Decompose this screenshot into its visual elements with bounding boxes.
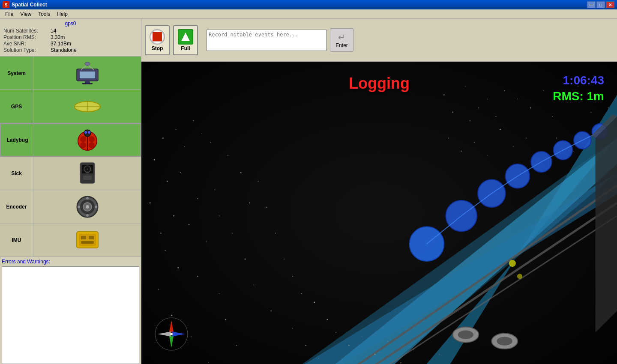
svg-rect-21 [83, 176, 92, 180]
position-rms-value: 3.33m [51, 34, 65, 40]
menu-help[interactable]: Help [54, 10, 71, 18]
svg-point-67 [258, 181, 258, 182]
minimize-button[interactable]: — [587, 1, 596, 8]
menu-view[interactable]: View [17, 10, 35, 18]
svg-point-60 [165, 250, 165, 251]
svg-point-145 [458, 330, 473, 339]
svg-point-45 [176, 129, 177, 130]
svg-point-50 [201, 133, 202, 134]
svg-point-63 [206, 242, 207, 242]
logging-text: Logging [349, 75, 410, 92]
svg-point-32 [95, 206, 97, 208]
full-label: Full [181, 45, 190, 51]
menu-bar: File View Tools Help [0, 9, 617, 19]
full-icon [178, 29, 193, 45]
system-icon [75, 60, 100, 86]
device-encoder-label: Encoder [0, 190, 33, 223]
svg-point-56 [173, 215, 174, 217]
svg-point-107 [487, 155, 488, 156]
svg-point-44 [162, 137, 164, 139]
svg-rect-3 [82, 83, 93, 84]
errors-box[interactable] [2, 266, 139, 364]
window-controls: — □ ✕ [587, 1, 614, 8]
svg-point-82 [236, 345, 237, 346]
svg-rect-35 [81, 236, 86, 239]
svg-point-85 [292, 328, 293, 328]
stop-label: Stop [152, 45, 163, 51]
svg-point-84 [208, 362, 209, 363]
device-system[interactable]: System [0, 57, 141, 90]
solution-type-value: Standalone [51, 47, 77, 53]
device-ladybug-icon-area [34, 125, 140, 155]
position-rms-row: Position RMS: 3.33m [3, 34, 138, 40]
maximize-button[interactable]: □ [596, 1, 605, 8]
num-satellites-label: Num Satellites: [3, 28, 51, 34]
imu-icon [75, 230, 100, 251]
svg-point-47 [193, 120, 194, 121]
svg-point-92 [504, 90, 505, 91]
title-bar: S Spatial Collect — □ ✕ [0, 0, 617, 9]
svg-point-110 [526, 137, 527, 138]
solution-type-label: Solution Type: [3, 47, 51, 53]
svg-point-81 [301, 293, 302, 294]
stop-button[interactable]: ✕ Stop [145, 25, 170, 55]
svg-point-109 [513, 146, 514, 147]
svg-rect-37 [81, 241, 94, 244]
svg-point-97 [543, 90, 544, 91]
svg-rect-34 [79, 234, 96, 246]
position-rms-label: Position RMS: [3, 34, 51, 40]
svg-point-66 [232, 233, 233, 233]
svg-point-136 [374, 353, 375, 355]
svg-point-15 [89, 142, 95, 148]
full-button[interactable]: Full [173, 25, 198, 55]
device-system-label: System [0, 57, 33, 90]
menu-file[interactable]: File [2, 10, 17, 18]
svg-point-142 [305, 345, 306, 346]
device-system-icon-area [33, 59, 141, 88]
device-imu[interactable]: IMU [0, 224, 141, 257]
sidebar: gps0 Num Satellites: 14 Position RMS: 3.… [0, 19, 141, 364]
svg-point-76 [284, 259, 285, 260]
device-ladybug[interactable]: Ladybug [0, 123, 141, 157]
enter-arrow-icon: ↵ [338, 32, 345, 42]
errors-label: Errors and Warnings: [2, 259, 139, 265]
device-sick-label: Sick [0, 157, 33, 190]
svg-point-87 [443, 94, 445, 95]
device-gps-icon-area [33, 96, 141, 117]
svg-point-62 [240, 172, 242, 173]
devices-panel: System GPS [0, 57, 141, 257]
svg-rect-2 [85, 81, 90, 83]
num-satellites-row: Num Satellites: 14 [3, 28, 138, 34]
svg-point-80 [270, 310, 272, 312]
svg-point-93 [469, 120, 470, 122]
device-imu-label: IMU [0, 224, 33, 257]
menu-tools[interactable]: Tools [35, 10, 54, 18]
svg-point-149 [517, 274, 522, 279]
ave-snr-label: Ave SNR: [3, 41, 51, 47]
event-input[interactable] [207, 30, 326, 51]
svg-point-77 [225, 319, 226, 320]
svg-point-101 [590, 112, 591, 113]
svg-point-83 [314, 301, 315, 303]
ave-snr-row: Ave SNR: 37.1dBm [3, 41, 138, 47]
close-button[interactable]: ✕ [606, 1, 614, 8]
device-encoder-icon-area [33, 192, 141, 221]
device-sick[interactable]: Sick [0, 157, 141, 190]
svg-point-52 [180, 172, 181, 173]
device-sick-icon-area [33, 159, 141, 188]
svg-point-14 [80, 142, 86, 148]
svg-point-95 [517, 99, 518, 100]
encoder-icon [75, 194, 100, 220]
compass-svg [154, 317, 189, 351]
device-gps[interactable]: GPS [0, 90, 141, 123]
svg-point-78 [292, 276, 293, 277]
device-encoder[interactable]: Encoder [0, 190, 141, 224]
svg-point-58 [215, 190, 216, 191]
svg-point-147 [497, 337, 512, 346]
enter-button[interactable]: ↵ Enter [330, 28, 353, 52]
gps-title: gps0 [3, 21, 138, 27]
stop-icon: ✕ [150, 29, 165, 45]
main-layout: gps0 Num Satellites: 14 Position RMS: 3.… [0, 19, 617, 364]
svg-point-96 [530, 107, 531, 108]
toolbar: ✕ Stop Full ↵ En [141, 19, 617, 62]
